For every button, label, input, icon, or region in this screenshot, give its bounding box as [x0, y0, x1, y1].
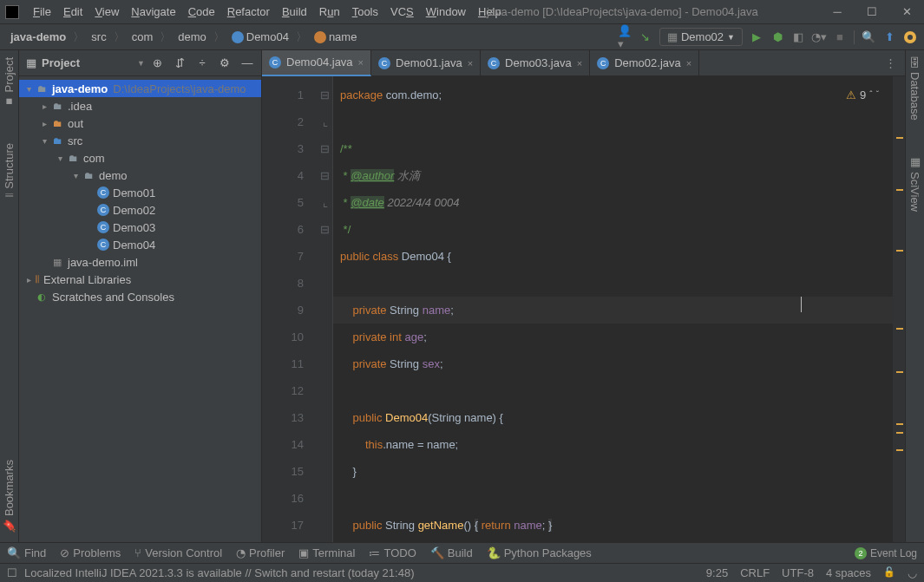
ide-settings-icon[interactable]: [903, 30, 917, 44]
tab-bookmarks[interactable]: 🔖Bookmarks: [3, 460, 16, 533]
tree-scratches[interactable]: ◐Scratches and Consoles: [19, 288, 261, 305]
update-icon[interactable]: ⬆: [882, 30, 896, 44]
terminal-icon: ▣: [298, 546, 309, 559]
close-icon[interactable]: ×: [358, 57, 364, 68]
tab-python-packages[interactable]: 🐍Python Packages: [487, 546, 592, 559]
crumb-src[interactable]: src: [88, 29, 109, 45]
maximize-icon[interactable]: ☐: [860, 5, 884, 18]
fold-gutter[interactable]: ⊟⌞ ⊟ ⊟⌞⊟: [318, 76, 333, 542]
select-opened-icon[interactable]: ⊕: [150, 56, 164, 70]
file-icon: ▦: [50, 256, 64, 268]
tab-version-control[interactable]: ⑂Version Control: [134, 546, 222, 559]
tree-file-demo04[interactable]: CDemo04: [19, 236, 261, 253]
tree-out[interactable]: ▸🖿out: [19, 114, 261, 132]
file-encoding[interactable]: UTF-8: [782, 566, 814, 579]
tree-iml[interactable]: ▦java-demo.iml: [19, 253, 261, 271]
tab-todo[interactable]: ≔TODO: [369, 546, 416, 559]
run-config-selector[interactable]: ▦ Demo02 ▼: [659, 28, 743, 46]
code-view[interactable]: 123 456 789 101112 131415 1617 ⊟⌞ ⊟ ⊟⌞⊟ …: [262, 76, 905, 542]
menu-vcs[interactable]: VCS: [385, 3, 419, 20]
tab-problems[interactable]: ⊘Problems: [60, 546, 121, 559]
more-tabs-icon[interactable]: ⋮: [876, 56, 905, 69]
stop-icon[interactable]: ■: [833, 30, 847, 44]
inspection-badge[interactable]: ⚠ 9 ˆ ˇ: [846, 82, 879, 108]
tree-file-demo03[interactable]: CDemo03: [19, 219, 261, 236]
menu-run[interactable]: Run: [314, 3, 345, 20]
chevron-down-icon: ▼: [727, 33, 735, 42]
chevron-up-icon[interactable]: ˆ: [869, 82, 872, 108]
menu-file[interactable]: File: [28, 3, 56, 20]
folder-icon: 🖿: [82, 169, 95, 181]
tree-demo[interactable]: ▾🖿demo: [19, 167, 261, 184]
close-icon[interactable]: ×: [468, 58, 473, 69]
add-config-icon[interactable]: 👤▾: [618, 30, 632, 44]
tab-find[interactable]: 🔍Find: [7, 546, 46, 559]
tab-project[interactable]: ■Project: [3, 57, 16, 108]
tab-sciview[interactable]: ▦SciView: [908, 155, 921, 212]
tree-src[interactable]: ▾🖿src: [19, 132, 261, 149]
run-config-label: Demo02: [681, 30, 724, 43]
tab-event-log[interactable]: Event Log: [870, 547, 917, 559]
tab-database[interactable]: 🗄Database: [908, 57, 921, 121]
project-tree[interactable]: ▾🖿 java-demoD:\IdeaProjects\java-demo ▸🖿…: [19, 76, 261, 542]
menu-view[interactable]: View: [89, 3, 124, 20]
run-icon[interactable]: ▶: [750, 30, 763, 44]
close-icon[interactable]: ×: [686, 58, 691, 69]
python-icon: 🐍: [487, 546, 501, 559]
class-icon: C: [97, 239, 109, 251]
crumb-class[interactable]: Demo04: [228, 29, 292, 46]
tree-idea[interactable]: ▸🖿.idea: [19, 97, 261, 114]
status-message[interactable]: Localized IntelliJ IDEA 2021.3.3 is avai…: [24, 566, 706, 579]
notification-badge[interactable]: 2: [855, 547, 867, 559]
editor-tab-demo03[interactable]: C Demo03.java ×: [481, 50, 590, 76]
close-icon[interactable]: ×: [577, 58, 582, 69]
error-stripe[interactable]: [893, 76, 905, 542]
titlebar: File Edit View Navigate Code Refactor Bu…: [0, 0, 924, 24]
bottom-tool-stripe: 🔍Find ⊘Problems ⑂Version Control ◔Profil…: [0, 542, 924, 563]
expand-all-icon[interactable]: ⇵: [173, 56, 187, 70]
menu-navigate[interactable]: Navigate: [126, 3, 180, 20]
crumb-com[interactable]: com: [128, 29, 157, 45]
menu-code[interactable]: Code: [183, 3, 220, 20]
coverage-icon[interactable]: ◧: [791, 30, 805, 44]
indent-info[interactable]: 4 spaces: [826, 566, 871, 579]
tree-file-demo01[interactable]: CDemo01: [19, 184, 261, 201]
code-content[interactable]: ⚠ 9 ˆ ˇ package com.demo; /** * @author …: [333, 76, 893, 542]
menu-tools[interactable]: Tools: [347, 3, 383, 20]
chevron-down-icon[interactable]: ˇ: [876, 82, 879, 108]
menu-edit[interactable]: Edit: [58, 3, 88, 20]
panel-title[interactable]: Project: [42, 56, 132, 69]
hide-icon[interactable]: —: [240, 56, 254, 70]
tree-root[interactable]: ▾🖿 java-demoD:\IdeaProjects\java-demo: [19, 80, 261, 97]
editor-tab-demo04[interactable]: C Demo04.java ×: [262, 50, 371, 76]
line-separator[interactable]: CRLF: [740, 566, 770, 579]
status-bar: ☐ Localized IntelliJ IDEA 2021.3.3 is av…: [0, 563, 924, 582]
tree-com[interactable]: ▾🖿com: [19, 149, 261, 167]
editor-tab-demo01[interactable]: C Demo01.java ×: [371, 50, 481, 76]
status-toggle-icon[interactable]: ☐: [7, 566, 17, 579]
readonly-icon[interactable]: 🔓: [883, 566, 895, 579]
caret-position[interactable]: 9:25: [706, 566, 728, 579]
menu-refactor[interactable]: Refactor: [222, 3, 275, 20]
tab-profiler[interactable]: ◔Profiler: [236, 546, 285, 559]
tab-terminal[interactable]: ▣Terminal: [298, 546, 355, 559]
tab-build[interactable]: 🔨Build: [430, 546, 473, 559]
crumb-field[interactable]: name: [311, 29, 361, 46]
minimize-icon[interactable]: ─: [825, 5, 849, 18]
profile-icon[interactable]: ◔▾: [812, 30, 826, 44]
collapse-all-icon[interactable]: ÷: [195, 56, 209, 70]
memory-icon[interactable]: ◡: [908, 566, 917, 579]
search-icon[interactable]: 🔍: [862, 30, 875, 44]
tree-external-libs[interactable]: ▸⫴External Libraries: [19, 271, 261, 288]
gear-icon[interactable]: ⚙: [218, 56, 232, 70]
editor-tab-demo02[interactable]: C Demo02.java ×: [590, 50, 699, 76]
close-icon[interactable]: ✕: [895, 5, 919, 18]
build-icon[interactable]: ↘: [639, 30, 652, 44]
crumb-demo[interactable]: demo: [174, 29, 210, 45]
debug-icon[interactable]: ⬢: [770, 30, 784, 44]
tree-file-demo02[interactable]: CDemo02: [19, 201, 261, 219]
crumb-project[interactable]: java-demo: [7, 29, 69, 45]
chevron-down-icon[interactable]: ▼: [137, 59, 145, 68]
menu-build[interactable]: Build: [277, 3, 312, 20]
tab-structure[interactable]: ⫴Structure: [3, 143, 16, 198]
